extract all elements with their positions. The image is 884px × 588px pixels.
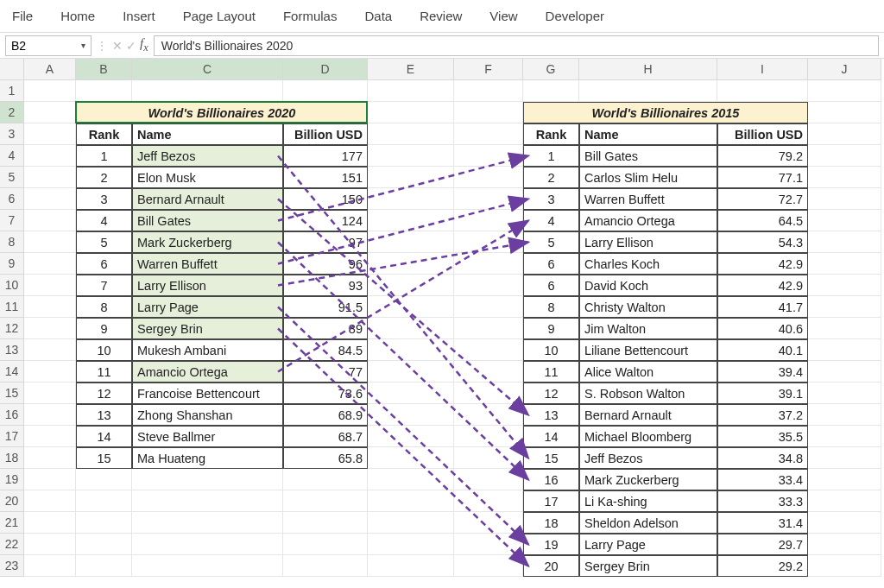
- cell-I1[interactable]: [717, 80, 808, 102]
- cell-2015-usd-19[interactable]: 33.4: [717, 469, 808, 490]
- cell-F5[interactable]: [454, 167, 523, 188]
- cell-F1[interactable]: [454, 80, 523, 102]
- cell-2020-usd-4[interactable]: 177: [283, 145, 368, 167]
- cell-2020-name-16[interactable]: Zhong Shanshan: [132, 404, 283, 426]
- cell-2015-rank-9[interactable]: 6: [523, 253, 579, 275]
- cell-2015-rank-15[interactable]: 12: [523, 383, 579, 404]
- cell-F15[interactable]: [454, 383, 523, 404]
- cell-H1[interactable]: [579, 80, 717, 102]
- select-all-corner[interactable]: [0, 59, 24, 80]
- cell-A11[interactable]: [24, 296, 76, 318]
- row-header-11[interactable]: 11: [0, 296, 24, 318]
- cell-2015-name-8[interactable]: Larry Ellison: [579, 231, 717, 253]
- name-box[interactable]: B2 ▾: [5, 35, 92, 56]
- chevron-down-icon[interactable]: ▾: [81, 41, 85, 50]
- cell-2015-name-7[interactable]: Amancio Ortega: [579, 210, 717, 231]
- cell-A2[interactable]: [24, 102, 76, 123]
- cell-2020-name-13[interactable]: Mukesh Ambani: [132, 339, 283, 361]
- cell-A7[interactable]: [24, 210, 76, 231]
- col-header-H[interactable]: H: [579, 59, 717, 80]
- hdr-2015-name[interactable]: Name: [579, 123, 717, 145]
- row-header-21[interactable]: 21: [0, 512, 24, 534]
- cell-D21[interactable]: [283, 512, 368, 534]
- cell-2015-rank-12[interactable]: 9: [523, 318, 579, 339]
- cell-2015-usd-7[interactable]: 64.5: [717, 210, 808, 231]
- cell-F13[interactable]: [454, 339, 523, 361]
- cell-E18[interactable]: [368, 447, 454, 469]
- cell-2015-usd-10[interactable]: 42.9: [717, 275, 808, 296]
- cell-A17[interactable]: [24, 426, 76, 447]
- cell-2020-name-14[interactable]: Amancio Ortega: [132, 361, 283, 383]
- cell-J16[interactable]: [808, 404, 881, 426]
- title-2015[interactable]: World's Billionaires 2015: [523, 102, 808, 123]
- ribbon-tab-page-layout[interactable]: Page Layout: [183, 5, 271, 27]
- cell-F19[interactable]: [454, 469, 523, 490]
- cell-2020-rank-5[interactable]: 2: [76, 167, 132, 188]
- cell-F4[interactable]: [454, 145, 523, 167]
- cell-J7[interactable]: [808, 210, 881, 231]
- hdr-2020-rank[interactable]: Rank: [76, 123, 132, 145]
- row-header-10[interactable]: 10: [0, 275, 24, 296]
- row-header-8[interactable]: 8: [0, 231, 24, 253]
- cell-2020-name-10[interactable]: Larry Ellison: [132, 275, 283, 296]
- cell-2015-rank-23[interactable]: 20: [523, 555, 579, 577]
- cell-2020-name-11[interactable]: Larry Page: [132, 296, 283, 318]
- cell-2020-usd-15[interactable]: 73.6: [283, 383, 368, 404]
- cell-2015-rank-19[interactable]: 16: [523, 469, 579, 490]
- row-header-9[interactable]: 9: [0, 253, 24, 275]
- cell-2015-name-5[interactable]: Carlos Slim Helu: [579, 167, 717, 188]
- cell-A3[interactable]: [24, 123, 76, 145]
- cell-2020-name-12[interactable]: Sergey Brin: [132, 318, 283, 339]
- cell-2015-usd-15[interactable]: 39.1: [717, 383, 808, 404]
- cell-2020-usd-18[interactable]: 65.8: [283, 447, 368, 469]
- cell-2020-rank-18[interactable]: 15: [76, 447, 132, 469]
- cell-2020-rank-12[interactable]: 9: [76, 318, 132, 339]
- cell-2015-name-16[interactable]: Bernard Arnault: [579, 404, 717, 426]
- cell-2020-rank-7[interactable]: 4: [76, 210, 132, 231]
- cell-2015-name-22[interactable]: Larry Page: [579, 534, 717, 555]
- col-header-D[interactable]: D: [283, 59, 368, 80]
- cell-2015-name-10[interactable]: David Koch: [579, 275, 717, 296]
- cell-E13[interactable]: [368, 339, 454, 361]
- col-header-J[interactable]: J: [808, 59, 881, 80]
- cell-E21[interactable]: [368, 512, 454, 534]
- cell-B22[interactable]: [76, 534, 132, 555]
- ribbon-tab-home[interactable]: Home: [60, 5, 110, 27]
- row-header-18[interactable]: 18: [0, 447, 24, 469]
- cell-2015-rank-14[interactable]: 11: [523, 361, 579, 383]
- cell-B23[interactable]: [76, 555, 132, 577]
- cell-2015-name-12[interactable]: Jim Walton: [579, 318, 717, 339]
- cell-E3[interactable]: [368, 123, 454, 145]
- col-header-I[interactable]: I: [717, 59, 808, 80]
- cell-2015-usd-12[interactable]: 40.6: [717, 318, 808, 339]
- cell-J19[interactable]: [808, 469, 881, 490]
- cell-2020-rank-13[interactable]: 10: [76, 339, 132, 361]
- cell-2015-name-23[interactable]: Sergey Brin: [579, 555, 717, 577]
- cell-A6[interactable]: [24, 188, 76, 210]
- cell-2020-usd-6[interactable]: 150: [283, 188, 368, 210]
- row-header-15[interactable]: 15: [0, 383, 24, 404]
- cell-2020-rank-14[interactable]: 11: [76, 361, 132, 383]
- cell-A4[interactable]: [24, 145, 76, 167]
- cell-2015-rank-22[interactable]: 19: [523, 534, 579, 555]
- enter-icon[interactable]: ✓: [126, 39, 136, 53]
- cell-F6[interactable]: [454, 188, 523, 210]
- cell-2015-rank-5[interactable]: 2: [523, 167, 579, 188]
- cell-F10[interactable]: [454, 275, 523, 296]
- ribbon-tab-file[interactable]: File: [12, 5, 48, 27]
- cell-A10[interactable]: [24, 275, 76, 296]
- cell-C1[interactable]: [132, 80, 283, 102]
- cell-2015-rank-8[interactable]: 5: [523, 231, 579, 253]
- cell-F20[interactable]: [454, 490, 523, 512]
- cell-2020-name-18[interactable]: Ma Huateng: [132, 447, 283, 469]
- col-header-F[interactable]: F: [454, 59, 523, 80]
- cell-2020-rank-16[interactable]: 13: [76, 404, 132, 426]
- hdr-2015-rank[interactable]: Rank: [523, 123, 579, 145]
- cell-2015-name-18[interactable]: Jeff Bezos: [579, 447, 717, 469]
- cell-2015-name-9[interactable]: Charles Koch: [579, 253, 717, 275]
- cell-F12[interactable]: [454, 318, 523, 339]
- cell-2015-rank-13[interactable]: 10: [523, 339, 579, 361]
- cell-F3[interactable]: [454, 123, 523, 145]
- cell-B21[interactable]: [76, 512, 132, 534]
- cell-2020-name-4[interactable]: Jeff Bezos: [132, 145, 283, 167]
